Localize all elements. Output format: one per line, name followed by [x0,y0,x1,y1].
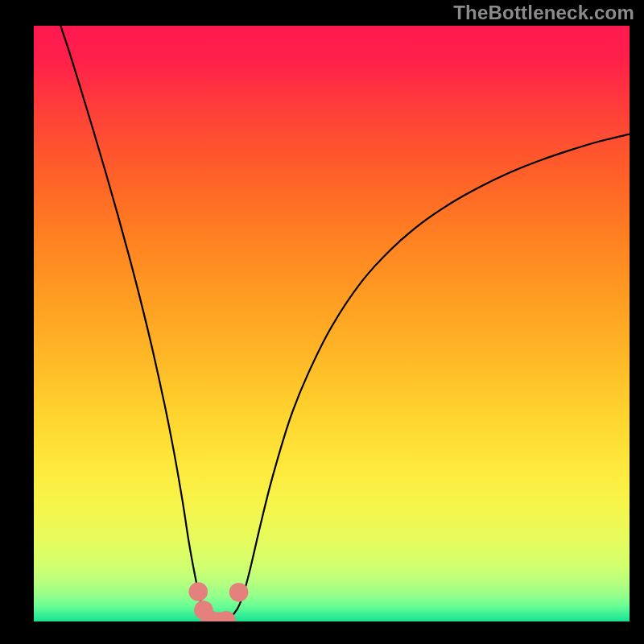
marker-left-upper [188,582,208,601]
chart-frame: TheBottleneck.com [0,0,644,644]
gradient-background [34,26,630,621]
plot-area [34,26,630,621]
chart-svg [34,26,630,621]
marker-right-upper [229,583,249,602]
watermark-text: TheBottleneck.com [453,2,634,24]
